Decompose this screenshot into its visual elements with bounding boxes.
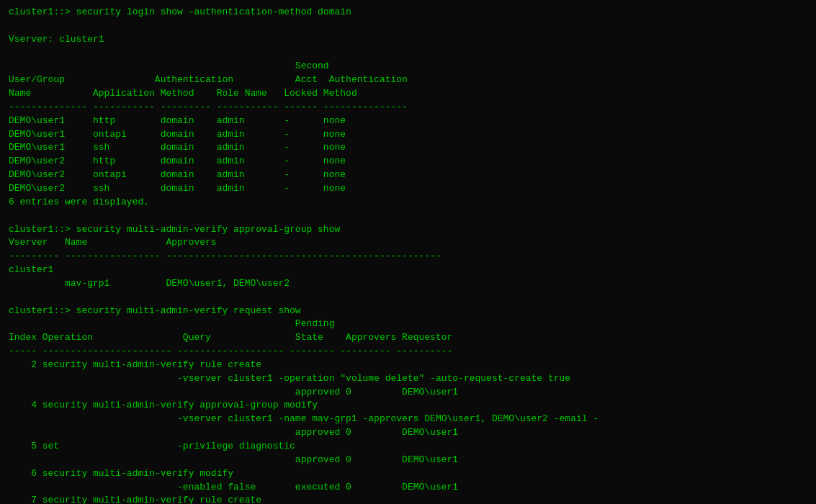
terminal-output: cluster1::> security login show -authent… [9, 6, 807, 504]
